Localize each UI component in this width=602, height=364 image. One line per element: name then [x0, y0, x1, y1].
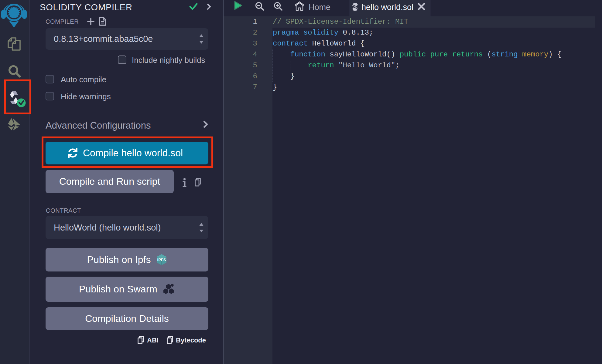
- svg-text:IPFS: IPFS: [157, 258, 166, 262]
